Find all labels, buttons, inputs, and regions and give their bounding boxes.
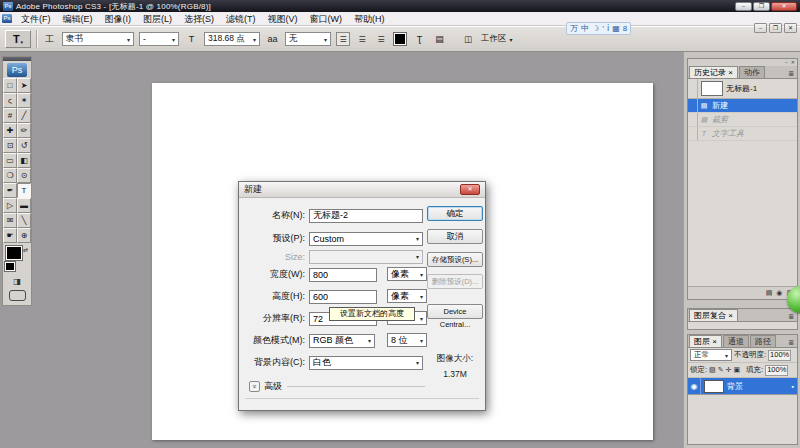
ime-chinese-icon[interactable]: 中: [581, 23, 589, 34]
dialog-titlebar[interactable]: 新建 ✕: [239, 182, 485, 198]
name-input[interactable]: 无标题-2: [309, 209, 423, 223]
ok-button[interactable]: 确定: [427, 206, 483, 221]
history-state[interactable]: ▤ 新建: [688, 99, 797, 113]
history-brush-source-well[interactable]: [688, 113, 698, 126]
screen-mode-button[interactable]: [9, 290, 26, 301]
panel-menu-icon[interactable]: ≣: [786, 339, 796, 347]
ime-mode-icon[interactable]: 万: [570, 23, 578, 34]
go-to-bridge-button[interactable]: ◫: [464, 34, 472, 44]
preset-select[interactable]: Custom ▾: [309, 232, 423, 246]
align-right-button[interactable]: ☰: [374, 32, 388, 46]
maximize-button[interactable]: ❐: [753, 2, 770, 11]
swap-colors-icon[interactable]: ⇄: [23, 246, 28, 253]
text-orientation-icon[interactable]: 工: [42, 32, 57, 47]
menu-edit[interactable]: 编辑(E): [57, 12, 99, 26]
new-snapshot-icon[interactable]: ◉: [776, 289, 782, 297]
width-unit-select[interactable]: 像素 ▾: [387, 267, 427, 281]
height-input[interactable]: 600: [309, 290, 377, 304]
tool-eraser[interactable]: ▭: [3, 153, 17, 168]
device-central-button[interactable]: Device Central...: [427, 304, 483, 319]
lock-pixels-icon[interactable]: ✎: [718, 366, 724, 374]
tool-dodge[interactable]: ⊙: [17, 168, 31, 183]
lock-all-icon[interactable]: ▣: [733, 366, 740, 374]
doc-close-button[interactable]: ✕: [784, 23, 797, 33]
quick-mask-button[interactable]: ◨: [3, 275, 31, 288]
save-preset-button[interactable]: 存储预设(S)...: [427, 252, 483, 267]
menu-select[interactable]: 选择(S): [178, 12, 220, 26]
toggle-palettes-icon[interactable]: ▤: [432, 32, 447, 47]
dialog-close-button[interactable]: ✕: [460, 184, 480, 195]
doc-minimize-button[interactable]: –: [754, 23, 767, 33]
tool-move[interactable]: ➤: [17, 78, 31, 93]
tool-hand[interactable]: ☛: [3, 228, 17, 243]
history-brush-source-well[interactable]: [688, 79, 698, 98]
new-document-from-state-icon[interactable]: ▤: [766, 289, 773, 297]
tool-preset-picker[interactable]: T ▾: [5, 30, 31, 48]
background-select[interactable]: 白色 ▾: [309, 356, 423, 370]
history-brush-source-well[interactable]: [688, 127, 698, 140]
ime-tool-icon[interactable]: 8: [623, 23, 627, 34]
fill-value[interactable]: 100%: [765, 365, 788, 376]
tool-eyedropper[interactable]: ╲: [17, 213, 31, 228]
ime-language-bar[interactable]: 万 中 ☽ ’ ⅰ ▦ 8: [566, 22, 631, 35]
minimize-button[interactable]: –: [735, 2, 752, 11]
tool-rectangular-marquee[interactable]: □: [3, 78, 17, 93]
lock-transparency-icon[interactable]: ▨: [709, 366, 716, 374]
workspace-button[interactable]: 工作区 ▾: [481, 33, 513, 45]
tab-channels[interactable]: 通道: [723, 335, 749, 347]
history-state[interactable]: ▤ 裁剪: [688, 113, 797, 127]
ime-board-icon[interactable]: ▦: [612, 23, 620, 34]
color-mode-select[interactable]: RGB 颜色 ▾: [309, 334, 375, 348]
warp-text-icon[interactable]: Ʈ: [412, 32, 427, 47]
align-left-button[interactable]: ☰: [336, 32, 350, 46]
tool-notes[interactable]: ✉: [3, 213, 17, 228]
ps-menu-icon[interactable]: Ps: [2, 14, 12, 23]
tool-slice[interactable]: ╱: [17, 108, 31, 123]
tool-shape[interactable]: ▬: [17, 198, 31, 213]
tool-lasso[interactable]: ς: [3, 93, 17, 108]
menu-filter[interactable]: 滤镜(T): [220, 12, 262, 26]
lock-position-icon[interactable]: ✛: [726, 366, 732, 374]
tool-brush[interactable]: ✏: [17, 123, 31, 138]
tab-layer-comps[interactable]: 图层复合 ×: [689, 309, 738, 321]
tool-crop[interactable]: #: [3, 108, 17, 123]
ime-softkeyboard-icon[interactable]: ⅰ: [607, 23, 609, 34]
tool-magic-wand[interactable]: ✶: [17, 93, 31, 108]
close-icon[interactable]: ✕: [791, 60, 795, 65]
menu-view[interactable]: 视图(V): [262, 12, 304, 26]
tool-zoom[interactable]: ⊕: [17, 228, 31, 243]
font-size-select[interactable]: 318.68 点 ▾: [204, 32, 260, 46]
tool-clone-stamp[interactable]: ⊡: [3, 138, 17, 153]
tool-gradient[interactable]: ◧: [17, 153, 31, 168]
expand-advanced-button[interactable]: »: [249, 381, 260, 392]
history-state[interactable]: T 文字工具: [688, 127, 797, 141]
width-input[interactable]: 800: [309, 268, 377, 282]
menu-help[interactable]: 帮助(H): [348, 12, 391, 26]
font-family-select[interactable]: 隶书 ▾: [62, 32, 134, 46]
text-color-swatch[interactable]: [393, 32, 407, 46]
collapse-icon[interactable]: −: [785, 60, 788, 65]
tool-path-selection[interactable]: ▷: [3, 198, 17, 213]
history-snapshot-row[interactable]: 无标题-1: [688, 79, 797, 99]
cancel-button[interactable]: 取消: [427, 229, 483, 244]
foreground-color-swatch[interactable]: [6, 246, 22, 260]
tool-healing-brush[interactable]: ✚: [3, 123, 17, 138]
menu-layer[interactable]: 图层(L): [137, 12, 178, 26]
ime-halfwidth-icon[interactable]: ☽: [592, 23, 599, 34]
opacity-value[interactable]: 100%: [768, 350, 791, 361]
tool-pen[interactable]: ✒: [3, 183, 17, 198]
layer-row-background[interactable]: ◉ 背景 ▪: [688, 378, 797, 395]
menu-file[interactable]: 文件(F): [15, 12, 57, 26]
anti-alias-select[interactable]: 无 ▾: [285, 32, 331, 46]
blend-mode-select[interactable]: 正常 ▾: [690, 349, 732, 361]
tool-type[interactable]: T: [17, 183, 31, 198]
menu-window[interactable]: 窗口(W): [304, 12, 349, 26]
align-center-button[interactable]: ☰: [355, 32, 369, 46]
tab-layers[interactable]: 图层 ×: [689, 335, 722, 347]
tool-blur[interactable]: ❍: [3, 168, 17, 183]
font-style-select[interactable]: - ▾: [139, 32, 179, 46]
tool-history-brush[interactable]: ↺: [17, 138, 31, 153]
history-brush-source-well[interactable]: [688, 99, 698, 112]
ime-punctuation-icon[interactable]: ’: [602, 23, 604, 34]
panel-menu-icon[interactable]: ≣: [786, 313, 796, 321]
